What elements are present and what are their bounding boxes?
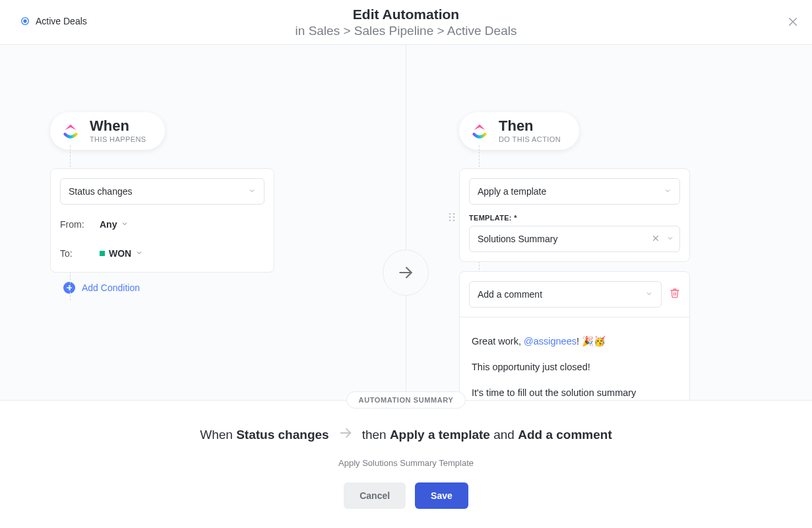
svg-point-6 [453,213,455,215]
page-title: Edit Automation [296,7,517,22]
summary-when-word: When [200,428,233,442]
location-indicator: Active Deals [20,16,87,26]
then-subtitle: DO THIS ACTION [499,135,561,143]
trigger-value: Status changes [69,186,133,197]
template-label: TEMPLATE: * [469,214,680,222]
summary-chip: AUTOMATION SUMMARY [346,391,466,409]
add-condition-button[interactable]: Add Condition [63,282,274,294]
to-picker[interactable]: WON [100,248,143,259]
svg-point-5 [449,213,451,215]
summary-and-word: and [493,428,515,442]
when-subtitle: THIS HAPPENS [90,135,146,143]
chevron-down-icon [664,186,671,197]
clear-template-button[interactable] [652,234,660,244]
status-color-swatch [100,251,105,256]
action-type-select[interactable]: Apply a template [469,178,680,205]
to-label: To: [60,248,100,259]
action-type-value: Apply a template [478,186,546,197]
breadcrumb: in Sales > Sales Pipeline > Active Deals [296,24,517,38]
comment-body[interactable]: Great work, @assignees! 🎉🥳 This opportun… [469,329,680,400]
summary-action2: Add a comment [518,428,612,442]
trigger-select[interactable]: Status changes [60,178,265,205]
chevron-down-icon [121,219,129,230]
comment-text: It's time to fill out the solution summa… [472,386,677,400]
action-type-select[interactable]: Add a comment [469,281,662,308]
delete-action-button[interactable] [670,288,680,301]
automation-summary: When Status changes then Apply a templat… [0,426,812,444]
then-title: Then [499,119,561,133]
drag-handle-icon[interactable] [449,213,455,224]
action-type-value: Add a comment [478,289,542,300]
to-value: WON [109,248,131,259]
mention: @assignees [524,336,577,346]
close-button[interactable] [787,16,799,28]
summary-action1: Apply a template [390,428,490,442]
from-picker[interactable]: Any [100,219,129,230]
svg-point-10 [453,220,455,222]
app-logo-icon [59,120,82,143]
plus-circle-icon [63,282,75,294]
svg-point-9 [449,220,451,222]
when-title: When [90,119,146,133]
svg-point-7 [449,216,451,218]
arrow-right-icon [338,426,353,444]
comment-text: Great work, [472,336,524,346]
summary-then-word: then [362,428,387,442]
then-header: Then DO THIS ACTION [459,112,579,150]
when-header: When THIS HAPPENS [50,112,165,150]
chevron-down-icon [645,289,653,300]
action-card-comment: Add a comment Great work, @assignees! 🎉🥳 [459,271,690,400]
template-value: Solutions Summary [478,234,557,244]
cancel-button[interactable]: Cancel [344,482,406,509]
from-label: From: [60,219,100,230]
pin-icon [20,16,30,26]
chevron-down-icon [135,248,143,259]
svg-point-1 [24,20,26,22]
add-condition-label: Add Condition [82,282,140,293]
location-text: Active Deals [36,16,87,26]
comment-text: ! 🎉🥳 [577,336,606,346]
from-value: Any [100,219,117,230]
chevron-down-icon [666,234,674,244]
save-button[interactable]: Save [415,482,468,509]
comment-text: This opportunity just closed! [472,360,677,374]
app-logo-icon [468,120,491,143]
divider [406,45,406,400]
svg-point-8 [453,216,455,218]
flow-arrow [383,249,429,296]
action-card-template: Apply a template TEMPLATE: * Solutions S… [459,168,690,262]
trigger-card: Status changes From: Any To: WON [50,168,274,273]
summary-trigger: Status changes [236,428,328,442]
chevron-down-icon [248,186,256,197]
template-select[interactable]: Solutions Summary [469,226,680,252]
summary-description: Apply Solutions Summary Template [0,458,812,468]
